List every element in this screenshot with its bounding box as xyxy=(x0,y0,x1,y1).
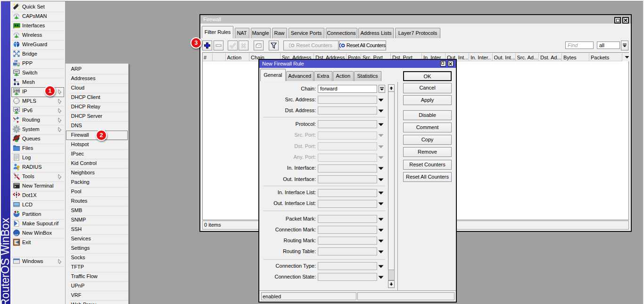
svg-text:v6: v6 xyxy=(15,107,18,112)
